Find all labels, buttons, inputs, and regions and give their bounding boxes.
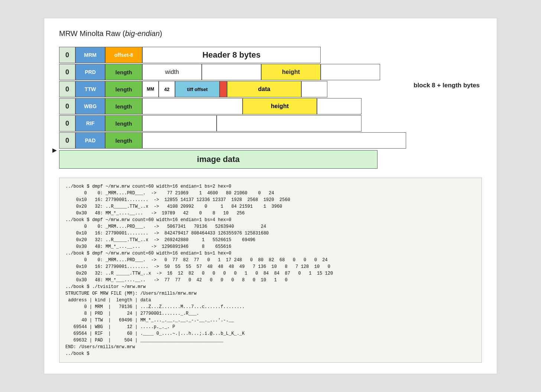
code-block: ../book $ dmpf ~/mrw.mrw count=60 width=… [59, 178, 482, 363]
cell-red [220, 81, 227, 97]
row-pad: 0 PAD length [59, 132, 406, 149]
cell-pad-wide [142, 132, 406, 149]
row-rif: 0 RIF length [59, 115, 406, 132]
cell-wbg-blank2 [317, 98, 362, 114]
cell-blank-prd1 [202, 64, 261, 80]
rows-container: 0 MRM offset-8 Header 8 bytes 0 PRD leng… [59, 47, 406, 169]
cell-42: 42 [159, 81, 175, 97]
cell-tag-rif: RIF [75, 115, 105, 132]
title-suffix: big-endian [125, 29, 159, 38]
cell-tag-mrm: MRM [75, 47, 105, 63]
header-block: Header 8 bytes [142, 47, 321, 63]
cell-blank-prd2 [321, 64, 380, 80]
cell-width: width [142, 64, 202, 80]
cell-zero-pad: 0 [59, 132, 75, 149]
cell-tag-pad: PAD [75, 132, 105, 149]
row-mrm: 0 MRM offset-8 Header 8 bytes [59, 47, 406, 63]
cell-rif-blank2 [217, 115, 362, 132]
cell-wbg-blank [142, 98, 243, 114]
cell-length-wbg: length [105, 98, 142, 114]
cell-length-prd: length [105, 64, 142, 80]
image-data-row: image data [59, 150, 378, 169]
cell-zero-prd: 0 [59, 64, 75, 80]
cell-tiff-offset: tiff offset [175, 81, 220, 97]
row-wbg: 0 WBG length height [59, 98, 406, 114]
cell-zero-wbg: 0 [59, 98, 75, 114]
image-data-label: image data [197, 155, 240, 164]
cell-offset8: offset-8 [105, 47, 142, 63]
row-prd: 0 PRD length width height [59, 64, 406, 80]
cell-zero-rif: 0 [59, 115, 75, 132]
cell-data: data [227, 81, 301, 97]
cell-zero-ttw: 0 [59, 81, 75, 97]
cell-mm: MM [142, 81, 159, 97]
cell-length-pad: length [105, 132, 142, 149]
cell-height-prd: height [261, 64, 321, 80]
cell-tag-prd: PRD [75, 64, 105, 80]
cell-length-ttw: length [105, 81, 142, 97]
row-ttw: 0 TTW length MM 42 tiff offset data [59, 81, 406, 97]
cell-height-wbg: height [243, 98, 317, 114]
cell-zero-mrm: 0 [59, 47, 75, 63]
main-container: MRW Minolta Raw (big-endian) ► 0 MRM off… [44, 18, 497, 374]
diagram-area: ► 0 MRM offset-8 Header 8 bytes 0 PRD le… [59, 47, 482, 169]
block-label: block 8 + length bytes [414, 82, 480, 89]
cell-length-rif: length [105, 115, 142, 132]
cell-tag-wbg: WBG [75, 98, 105, 114]
page-title: MRW Minolta Raw (big-endian) [59, 29, 482, 38]
cell-rif-blank1 [142, 115, 217, 132]
cell-tag-ttw: TTW [75, 81, 105, 97]
left-arrow: ► [51, 146, 58, 155]
cell-trailing-ttw [301, 81, 327, 97]
